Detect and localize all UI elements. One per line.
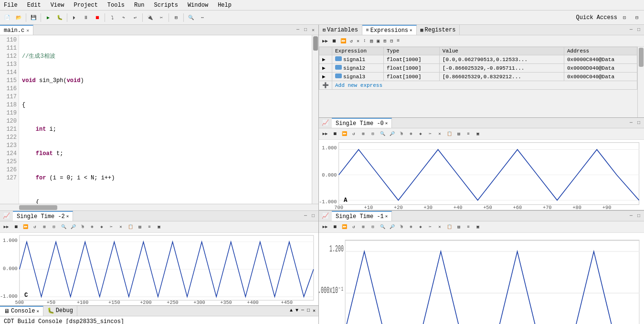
menu-project[interactable]: Project (72, 1, 99, 10)
ct1-b5[interactable]: ⊞ (359, 130, 368, 138)
cbr-b8[interactable]: 🔎 (388, 223, 396, 231)
expr-btn-5[interactable]: ✕ (355, 38, 361, 44)
menu-edit[interactable]: Edit (25, 1, 43, 10)
row3-expand[interactable]: ▶ (319, 73, 332, 81)
menu-file[interactable]: File (2, 1, 20, 10)
cbl-b16[interactable]: ≡ (145, 223, 154, 231)
tab-expressions[interactable]: ≡ Expressions ✕ (362, 25, 417, 35)
chart-top-right-maximize[interactable]: □ (635, 120, 642, 125)
ct1-b11[interactable]: ◈ (416, 130, 425, 138)
ct1-b2[interactable]: ⏹ (330, 130, 339, 138)
ct1-b14[interactable]: 📋 (445, 130, 454, 138)
toolbar-disconnect[interactable]: ✂ (156, 12, 167, 23)
expr-btn-9[interactable]: ⊞ (382, 38, 388, 44)
row2-expand[interactable]: ▶ (319, 64, 332, 73)
ct1-b8[interactable]: 🔎 (388, 130, 396, 138)
ct1-b17[interactable]: ▣ (474, 130, 482, 138)
toolbar-open[interactable]: 📂 (13, 12, 24, 23)
cbr-b12[interactable]: ✂ (426, 223, 434, 231)
chart-bottom-left-close[interactable]: ✕ (66, 214, 69, 219)
toolbar-new[interactable]: 📄 (2, 12, 12, 23)
tab-expressions-close[interactable]: ✕ (410, 28, 412, 33)
chart-br-maximize[interactable]: □ (635, 213, 642, 219)
cbr-b10[interactable]: ⊗ (407, 223, 415, 231)
expr-btn-8[interactable]: ▣ (375, 38, 381, 44)
console-maximize[interactable]: □ (306, 308, 311, 314)
tab-console[interactable]: 🖥 Console ✕ (0, 306, 43, 316)
toolbar-stop[interactable]: ⏹ (92, 12, 103, 23)
cbl-b6[interactable]: ⊡ (50, 223, 58, 231)
ct1-b3[interactable]: ⏩ (340, 130, 348, 138)
vars-scrollbar-thumb[interactable] (639, 48, 644, 67)
cbr-b17[interactable]: ▣ (474, 223, 482, 231)
editor-minimize[interactable]: ─ (295, 27, 301, 33)
cbl-b5[interactable]: ⊞ (40, 223, 49, 231)
toolbar-connect[interactable]: 🔌 (145, 12, 155, 23)
cbr-b2[interactable]: ⏹ (330, 223, 339, 231)
cbr-b4[interactable]: ↺ (349, 223, 358, 231)
ct1-b12[interactable]: ✂ (426, 130, 434, 138)
menu-tools[interactable]: Tools (106, 1, 127, 10)
hscrollbar-thumb[interactable] (19, 205, 57, 210)
toolbar-step-return[interactable]: ↩ (130, 12, 140, 23)
cbr-b7[interactable]: 🔍 (378, 223, 387, 231)
tab-console-close[interactable]: ✕ (36, 309, 39, 314)
expr-btn-4[interactable]: ↺ (348, 38, 354, 44)
chart-bottom-right-tab[interactable]: Single Time -1 ✕ (332, 211, 392, 221)
toolbar-save[interactable]: 💾 (28, 12, 39, 23)
menu-window[interactable]: Window (186, 1, 210, 10)
cbl-b3[interactable]: ⏩ (21, 223, 30, 231)
ct1-b13[interactable]: ✕ (435, 130, 444, 138)
expr-btn-7[interactable]: ▤ (369, 38, 374, 44)
chart-bl-maximize[interactable]: □ (310, 213, 317, 219)
cbr-b16[interactable]: ≡ (464, 223, 473, 231)
cbl-b11[interactable]: ◈ (97, 223, 106, 231)
cbl-b9[interactable]: 🖱 (78, 223, 87, 231)
editor-scrollbar[interactable] (312, 35, 318, 204)
cbl-b1[interactable]: ▶▶ (2, 223, 11, 231)
chart-top-right-close[interactable]: ✕ (385, 121, 388, 126)
editor-hscroll[interactable] (0, 204, 318, 210)
cbl-b4[interactable]: ↺ (31, 223, 39, 231)
cbl-b17[interactable]: ▣ (155, 223, 163, 231)
cbr-b1[interactable]: ▶▶ (321, 223, 329, 231)
cbl-b7[interactable]: 🔍 (59, 223, 68, 231)
expr-btn-3[interactable]: ⏩ (339, 38, 348, 44)
cbr-b11[interactable]: ◈ (416, 223, 425, 231)
cbr-b6[interactable]: ⊡ (369, 223, 377, 231)
cbl-b10[interactable]: ⊗ (88, 223, 96, 231)
toolbar-step-into[interactable]: ⤵ (107, 12, 117, 23)
toolbar-build[interactable]: ▶ (43, 12, 53, 23)
cbr-b5[interactable]: ⊞ (359, 223, 368, 231)
ct1-b15[interactable]: ▤ (454, 130, 463, 138)
chart-top-right-minimize[interactable]: ─ (628, 120, 634, 125)
cbr-b13[interactable]: ✕ (435, 223, 444, 231)
ct1-b7[interactable]: 🔍 (378, 130, 387, 138)
cbl-b15[interactable]: ▤ (136, 223, 144, 231)
editor-maximize[interactable]: □ (302, 27, 309, 33)
toolbar-more[interactable]: ⋯ (197, 12, 208, 23)
ct1-b9[interactable]: 🖱 (397, 130, 406, 138)
console-close2[interactable]: ✕ (312, 308, 317, 314)
toolbar-search[interactable]: 🔍 (186, 12, 196, 23)
cbl-b12[interactable]: ✂ (107, 223, 116, 231)
tab-registers[interactable]: ▦ Registers (417, 25, 460, 35)
chart-bottom-left-tab[interactable]: Single Time -2 ✕ (13, 211, 73, 221)
chart-top-right-tab[interactable]: Single Time -0 ✕ (332, 118, 392, 128)
toolbar-qa-2[interactable]: ⊟ (632, 12, 642, 23)
expr-btn-6[interactable]: ↕ (362, 38, 368, 44)
cbl-b14[interactable]: 📋 (126, 223, 135, 231)
expr-btn-2[interactable]: ⏹ (330, 38, 338, 44)
menu-view[interactable]: View (49, 1, 66, 10)
ct1-b4[interactable]: ↺ (349, 130, 358, 138)
editor-close[interactable]: ✕ (310, 27, 317, 33)
ct1-b10[interactable]: ⊗ (407, 130, 415, 138)
vars-maximize[interactable]: □ (635, 27, 642, 32)
toolbar-grid[interactable]: ⊞ (171, 12, 181, 23)
expr-btn-1[interactable]: ▶▶ (321, 38, 329, 44)
cbr-b14[interactable]: 📋 (445, 223, 454, 231)
cbl-b8[interactable]: 🔎 (69, 223, 77, 231)
cbr-b15[interactable]: ▤ (454, 223, 463, 231)
editor-tab-close[interactable]: ✕ (26, 28, 29, 33)
expr-btn-11[interactable]: ≡ (395, 38, 401, 44)
